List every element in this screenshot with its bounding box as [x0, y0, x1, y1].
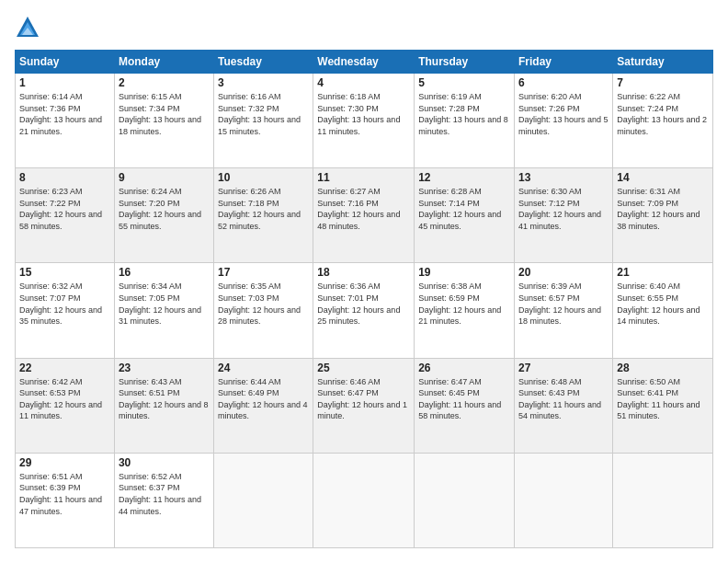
day-cell: 15Sunrise: 6:32 AMSunset: 7:07 PMDayligh… [16, 263, 115, 358]
day-number: 26 [418, 362, 510, 374]
day-cell: 14Sunrise: 6:31 AMSunset: 7:09 PMDayligh… [613, 168, 713, 263]
day-cell: 2Sunrise: 6:15 AMSunset: 7:34 PMDaylight… [114, 74, 213, 168]
header-row: SundayMondayTuesdayWednesdayThursdayFrid… [16, 51, 713, 74]
day-header: Tuesday [214, 51, 313, 74]
day-header: Wednesday [313, 51, 415, 74]
day-cell: 18Sunrise: 6:36 AMSunset: 7:01 PMDayligh… [313, 263, 415, 358]
day-info: Sunrise: 6:15 AMSunset: 7:34 PMDaylight:… [119, 91, 210, 137]
day-number: 1 [19, 76, 110, 89]
day-header: Thursday [415, 51, 515, 74]
day-info: Sunrise: 6:36 AMSunset: 7:01 PMDaylight:… [317, 281, 410, 327]
week-row: 8Sunrise: 6:23 AMSunset: 7:22 PMDaylight… [16, 168, 713, 263]
day-info: Sunrise: 6:42 AMSunset: 6:53 PMDaylight:… [19, 376, 110, 422]
day-number: 14 [617, 171, 709, 184]
logo [15, 15, 44, 40]
day-info: Sunrise: 6:22 AMSunset: 7:24 PMDaylight:… [617, 91, 709, 137]
day-number: 25 [317, 362, 410, 374]
day-number: 2 [119, 76, 210, 89]
day-info: Sunrise: 6:27 AMSunset: 7:16 PMDaylight:… [317, 186, 410, 232]
day-cell: 22Sunrise: 6:42 AMSunset: 6:53 PMDayligh… [16, 358, 115, 453]
day-info: Sunrise: 6:31 AMSunset: 7:09 PMDaylight:… [617, 186, 709, 232]
day-number: 17 [218, 266, 309, 279]
day-info: Sunrise: 6:38 AMSunset: 6:59 PMDaylight:… [418, 281, 510, 327]
day-number: 20 [518, 266, 609, 279]
day-cell: 28Sunrise: 6:50 AMSunset: 6:41 PMDayligh… [613, 358, 713, 453]
day-number: 4 [317, 76, 410, 89]
day-cell: 30Sunrise: 6:52 AMSunset: 6:37 PMDayligh… [114, 453, 213, 547]
day-cell: 8Sunrise: 6:23 AMSunset: 7:22 PMDaylight… [16, 168, 115, 263]
day-header: Saturday [613, 51, 713, 74]
day-info: Sunrise: 6:39 AMSunset: 6:57 PMDaylight:… [518, 281, 609, 327]
day-cell: 29Sunrise: 6:51 AMSunset: 6:39 PMDayligh… [16, 453, 115, 547]
day-info: Sunrise: 6:51 AMSunset: 6:39 PMDaylight:… [19, 471, 110, 517]
day-number: 15 [19, 266, 110, 279]
day-info: Sunrise: 6:46 AMSunset: 6:47 PMDaylight:… [317, 376, 410, 422]
day-cell: 21Sunrise: 6:40 AMSunset: 6:55 PMDayligh… [613, 263, 713, 358]
day-number: 9 [119, 171, 210, 184]
day-cell: 11Sunrise: 6:27 AMSunset: 7:16 PMDayligh… [313, 168, 415, 263]
day-number: 12 [418, 171, 510, 184]
day-number: 27 [518, 362, 609, 374]
day-cell [613, 453, 713, 547]
day-header: Monday [114, 51, 213, 74]
day-cell: 19Sunrise: 6:38 AMSunset: 6:59 PMDayligh… [415, 263, 515, 358]
day-cell: 24Sunrise: 6:44 AMSunset: 6:49 PMDayligh… [214, 358, 313, 453]
day-number: 28 [617, 362, 709, 374]
day-number: 30 [119, 456, 210, 469]
day-cell: 3Sunrise: 6:16 AMSunset: 7:32 PMDaylight… [214, 74, 313, 168]
week-row: 15Sunrise: 6:32 AMSunset: 7:07 PMDayligh… [16, 263, 713, 358]
day-cell [214, 453, 313, 547]
day-number: 22 [19, 362, 110, 374]
day-cell [515, 453, 613, 547]
day-cell [415, 453, 515, 547]
day-info: Sunrise: 6:24 AMSunset: 7:20 PMDaylight:… [119, 186, 210, 232]
day-number: 21 [617, 266, 709, 279]
day-info: Sunrise: 6:14 AMSunset: 7:36 PMDaylight:… [19, 91, 110, 137]
day-number: 18 [317, 266, 410, 279]
day-number: 29 [19, 456, 110, 469]
day-number: 7 [617, 76, 709, 89]
day-cell: 16Sunrise: 6:34 AMSunset: 7:05 PMDayligh… [114, 263, 213, 358]
day-info: Sunrise: 6:23 AMSunset: 7:22 PMDaylight:… [19, 186, 110, 232]
day-cell: 7Sunrise: 6:22 AMSunset: 7:24 PMDaylight… [613, 74, 713, 168]
day-info: Sunrise: 6:48 AMSunset: 6:43 PMDaylight:… [518, 376, 609, 422]
day-info: Sunrise: 6:26 AMSunset: 7:18 PMDaylight:… [218, 186, 309, 232]
day-cell: 27Sunrise: 6:48 AMSunset: 6:43 PMDayligh… [515, 358, 613, 453]
day-info: Sunrise: 6:19 AMSunset: 7:28 PMDaylight:… [418, 91, 510, 137]
day-cell: 4Sunrise: 6:18 AMSunset: 7:30 PMDaylight… [313, 74, 415, 168]
day-cell [313, 453, 415, 547]
page: SundayMondayTuesdayWednesdayThursdayFrid… [0, 0, 728, 563]
day-cell: 17Sunrise: 6:35 AMSunset: 7:03 PMDayligh… [214, 263, 313, 358]
day-number: 6 [518, 76, 609, 89]
day-number: 8 [19, 171, 110, 184]
day-number: 13 [518, 171, 609, 184]
day-cell: 26Sunrise: 6:47 AMSunset: 6:45 PMDayligh… [415, 358, 515, 453]
header [15, 15, 713, 40]
day-cell: 9Sunrise: 6:24 AMSunset: 7:20 PMDaylight… [114, 168, 213, 263]
day-info: Sunrise: 6:35 AMSunset: 7:03 PMDaylight:… [218, 281, 309, 327]
day-info: Sunrise: 6:43 AMSunset: 6:51 PMDaylight:… [119, 376, 210, 422]
day-cell: 1Sunrise: 6:14 AMSunset: 7:36 PMDaylight… [16, 74, 115, 168]
day-info: Sunrise: 6:28 AMSunset: 7:14 PMDaylight:… [418, 186, 510, 232]
calendar-table: SundayMondayTuesdayWednesdayThursdayFrid… [15, 50, 713, 548]
day-number: 10 [218, 171, 309, 184]
day-info: Sunrise: 6:18 AMSunset: 7:30 PMDaylight:… [317, 91, 410, 137]
day-cell: 10Sunrise: 6:26 AMSunset: 7:18 PMDayligh… [214, 168, 313, 263]
day-number: 23 [119, 362, 210, 374]
day-header: Sunday [16, 51, 115, 74]
day-info: Sunrise: 6:52 AMSunset: 6:37 PMDaylight:… [119, 471, 210, 517]
day-cell: 6Sunrise: 6:20 AMSunset: 7:26 PMDaylight… [515, 74, 613, 168]
day-cell: 5Sunrise: 6:19 AMSunset: 7:28 PMDaylight… [415, 74, 515, 168]
day-number: 19 [418, 266, 510, 279]
day-cell: 20Sunrise: 6:39 AMSunset: 6:57 PMDayligh… [515, 263, 613, 358]
day-cell: 13Sunrise: 6:30 AMSunset: 7:12 PMDayligh… [515, 168, 613, 263]
day-info: Sunrise: 6:30 AMSunset: 7:12 PMDaylight:… [518, 186, 609, 232]
day-info: Sunrise: 6:50 AMSunset: 6:41 PMDaylight:… [617, 376, 709, 422]
day-number: 16 [119, 266, 210, 279]
day-number: 5 [418, 76, 510, 89]
day-info: Sunrise: 6:20 AMSunset: 7:26 PMDaylight:… [518, 91, 609, 137]
day-number: 24 [218, 362, 309, 374]
day-cell: 23Sunrise: 6:43 AMSunset: 6:51 PMDayligh… [114, 358, 213, 453]
day-info: Sunrise: 6:47 AMSunset: 6:45 PMDaylight:… [418, 376, 510, 422]
day-info: Sunrise: 6:16 AMSunset: 7:32 PMDaylight:… [218, 91, 309, 137]
